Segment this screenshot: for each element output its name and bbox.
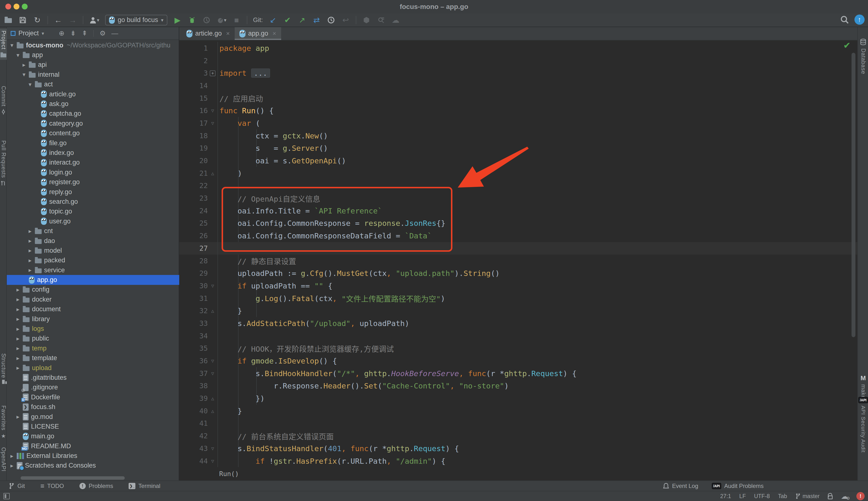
code-line-39[interactable]: 39▵ }) [179, 392, 857, 405]
tree-item-search.go[interactable]: search.go [7, 197, 179, 206]
code-line-42[interactable]: 42 // 前台系统自定义错误页面 [179, 430, 857, 442]
toolwindow-terminal[interactable]: ❯_ Terminal [129, 483, 160, 489]
fold-down-icon[interactable]: ▿ [208, 120, 218, 127]
git-update-icon[interactable]: ↙ [269, 16, 277, 24]
chevron-closed-icon[interactable]: ▸ [17, 286, 23, 293]
stripe-tab-database[interactable]: Database [858, 39, 868, 74]
tree-item-interact.go[interactable]: interact.go [7, 158, 179, 168]
inspections-error-icon[interactable]: ! [856, 492, 865, 500]
chevron-closed-icon[interactable]: ▸ [17, 326, 23, 332]
caret-position[interactable]: 27:1 [720, 493, 731, 500]
code-line-32[interactable]: 32▵ } [179, 305, 857, 317]
tree-item-upload[interactable]: ▸upload [7, 363, 179, 373]
chevron-closed-icon[interactable]: ▸ [17, 345, 23, 352]
read-lock-icon[interactable] [828, 495, 833, 499]
tree-item-act[interactable]: ▾act [7, 79, 179, 89]
forward-icon[interactable]: → [68, 16, 77, 24]
code-line-36[interactable]: 36▿ if gmode.IsDevelop() { [179, 354, 857, 367]
chevron-closed-icon[interactable]: ▸ [17, 335, 23, 342]
tree-item-article.go[interactable]: article.go [7, 89, 179, 99]
tree-item-logs[interactable]: ▸logs [7, 324, 179, 333]
audit-problems-button[interactable]: /API Audit Problems [712, 483, 764, 489]
code-line-3[interactable]: 3+import ... [179, 67, 857, 79]
tree-item-cnt[interactable]: ▸cnt [7, 226, 179, 236]
editor-scrollbar[interactable] [851, 53, 855, 337]
fold-up-icon[interactable]: ▵ [208, 170, 218, 177]
fold-down-icon[interactable]: ▿ [208, 370, 218, 377]
open-folder-icon[interactable] [4, 17, 13, 23]
tree-item-.gitattributes[interactable]: .gitattributes [7, 373, 179, 382]
chevron-open-icon[interactable]: ▾ [17, 52, 23, 58]
code-line-37[interactable]: 37▿ s.BindHookHandler("/*", ghttp.HookBe… [179, 367, 857, 380]
chevron-open-icon[interactable]: ▾ [22, 71, 29, 78]
code-line-30[interactable]: 30▿ if uploadPath == "" { [179, 279, 857, 292]
collapse-all-icon[interactable]: ⇞ [82, 29, 87, 37]
chevron-closed-icon[interactable]: ▸ [29, 257, 35, 264]
code-line-20[interactable]: 20 oai = s.GetOpenApi() [179, 154, 857, 167]
git-commit-icon[interactable]: ✔ [283, 16, 292, 24]
tree-item-document[interactable]: ▸document [7, 305, 179, 314]
save-all-icon[interactable] [18, 17, 27, 24]
breadcrumb[interactable]: Run() [179, 467, 857, 480]
chevron-closed-icon[interactable]: ▸ [17, 306, 23, 313]
chevron-closed-icon[interactable]: ▸ [22, 62, 29, 68]
toolwindow-todo[interactable]: ≡ TODO [40, 482, 64, 490]
code-line-16[interactable]: 16▿func Run() { [179, 104, 857, 117]
stripe-tab-favorites[interactable]: Favorites ★ [0, 404, 7, 441]
expand-all-icon[interactable]: ⇟ [70, 29, 76, 37]
chevron-closed-icon[interactable]: ▸ [29, 247, 35, 254]
locate-file-icon[interactable]: ⊕ [59, 29, 64, 37]
stop-button[interactable]: ■ [232, 16, 241, 24]
tree-item-captcha.go[interactable]: captcha.go [7, 109, 179, 119]
tree-item-dao[interactable]: ▸dao [7, 236, 179, 246]
file-encoding[interactable]: UTF-8 [754, 493, 770, 500]
tree-item-category.go[interactable]: category.go [7, 119, 179, 128]
git-branch-widget[interactable]: master [795, 493, 819, 500]
chevron-closed-icon[interactable]: ▸ [17, 364, 23, 371]
close-icon[interactable]: × [226, 30, 230, 37]
fold-up-icon[interactable]: ▵ [208, 307, 218, 314]
cloud-settings-icon[interactable]: ☁⚙ [841, 492, 848, 501]
tree-item-topic.go[interactable]: topic.go [7, 207, 179, 216]
gear-icon[interactable]: ⚙ [100, 29, 106, 37]
fold-down-icon[interactable]: ▿ [208, 283, 218, 289]
tree-item-template[interactable]: ▸template [7, 353, 179, 363]
code-line-28[interactable]: 28 // 静态目录设置 [179, 255, 857, 267]
chevron-closed-icon[interactable]: ▸ [17, 355, 23, 362]
profiler-icon[interactable]: ▾ [217, 17, 227, 24]
tree-item-internal[interactable]: ▾internal [7, 70, 179, 79]
sync-icon[interactable]: ↻ [33, 16, 42, 24]
tree-item-focus-mono[interactable]: ▾focus-mono~/Workspace/Go/GOPATH/src/git… [7, 40, 179, 50]
project-view-selector[interactable]: Project [18, 30, 39, 37]
fold-down-icon[interactable]: ▿ [208, 107, 218, 114]
code-inspection-icon[interactable] [362, 16, 371, 24]
update-notification-icon[interactable]: ↑ [855, 14, 865, 25]
stripe-tab-project[interactable]: Project [0, 29, 7, 60]
toolwindow-git[interactable]: Git [9, 483, 25, 489]
chevron-closed-icon[interactable]: ▸ [29, 228, 35, 235]
toolwindow-toggle-icon[interactable] [3, 493, 10, 499]
fold-up-icon[interactable]: ▵ [208, 407, 218, 414]
tree-item-readme.md[interactable]: MDREADME.MD [7, 441, 179, 451]
tree-item-main.go[interactable]: main.go [7, 431, 179, 441]
chevron-down-icon[interactable]: ▾ [42, 31, 44, 36]
cloud-icon[interactable]: ☁ [391, 16, 400, 24]
line-ending[interactable]: LF [739, 493, 746, 500]
code-line-29[interactable]: 29 uploadPath := g.Cfg().MustGet(ctx, "u… [179, 267, 857, 279]
git-push-icon[interactable]: ↗ [297, 16, 306, 24]
tree-item-app.go[interactable]: app.go [7, 275, 179, 285]
chevron-closed-icon[interactable]: ▸ [17, 316, 23, 322]
stripe-tab-pull-requests[interactable]: Pull Requests [0, 138, 7, 188]
project-panel-hscrollbar[interactable] [21, 476, 125, 480]
git-rollback-icon[interactable]: ↩ [341, 16, 350, 24]
tab-article-go[interactable]: article.go × [182, 27, 235, 40]
tree-item-public[interactable]: ▸public [7, 334, 179, 343]
fold-plus-icon[interactable]: + [208, 70, 218, 76]
inspection-ok-icon[interactable]: ✔ [843, 40, 850, 51]
stripe-tab-structure[interactable]: Structure [0, 351, 7, 387]
code-line-2[interactable]: 2 [179, 54, 857, 67]
stripe-tab-api-security-audit[interactable]: /API API Security Audit [858, 397, 868, 452]
hide-panel-icon[interactable]: — [112, 30, 118, 37]
tree-item-dockerfile[interactable]: DDockerfile [7, 392, 179, 402]
tree-item-license[interactable]: LICENSE [7, 422, 179, 431]
